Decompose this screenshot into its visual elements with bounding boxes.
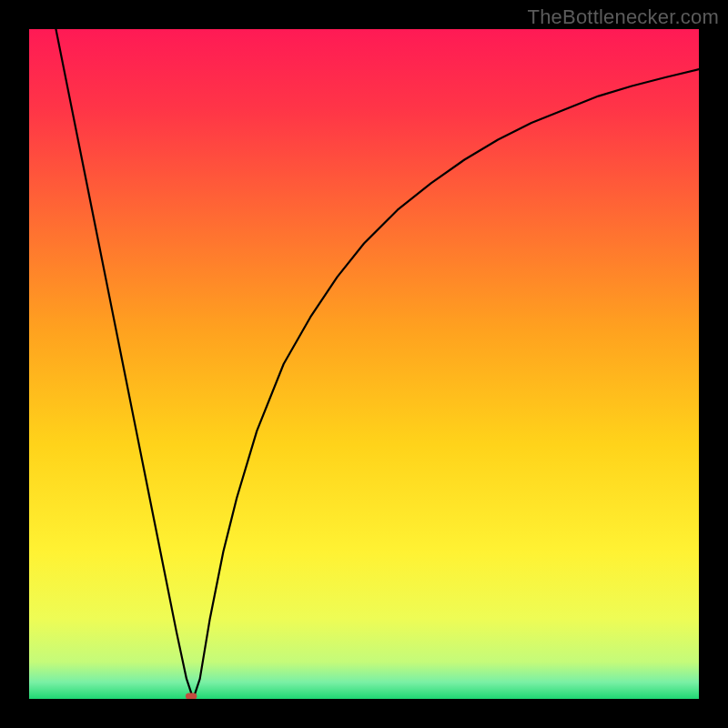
watermark-label: TheBottlenecker.com [528,5,719,29]
chart-svg [29,29,699,699]
chart-background [29,29,699,699]
chart-frame: TheBottlenecker.com [0,0,728,728]
min-point-marker [186,693,197,699]
plot-area [29,29,699,699]
